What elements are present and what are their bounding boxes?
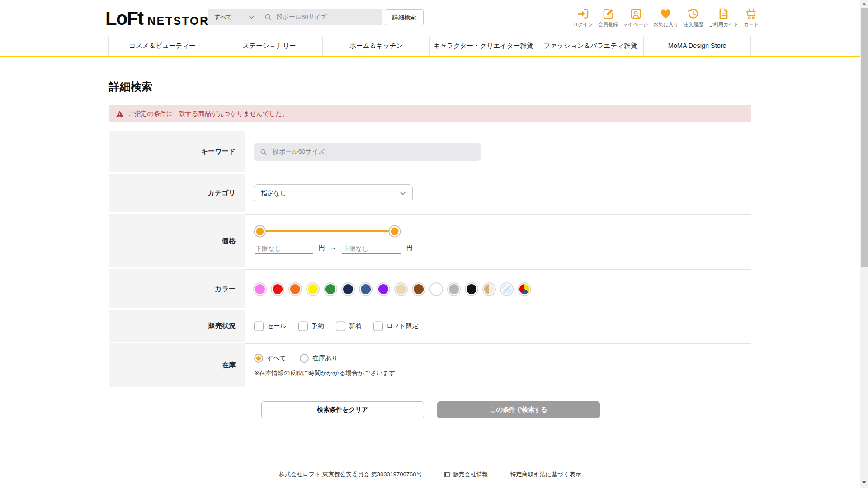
utility-item-label: ログイン — [573, 21, 593, 28]
search-icon — [264, 14, 272, 21]
checkbox-label: ロフト限定 — [387, 322, 419, 330]
checkbox-unchecked[interactable] — [373, 321, 383, 331]
error-message: ご指定の条件に一致する商品が見つかりませんでした。 — [128, 110, 288, 118]
utility-item-history[interactable]: 注文履歴 — [684, 8, 703, 28]
price-unit: 円 — [319, 244, 325, 252]
chevron-down-icon — [400, 192, 406, 195]
sales-status-option[interactable]: ロフト限定 — [373, 321, 419, 331]
heart-icon — [660, 8, 672, 20]
guide-icon — [717, 8, 730, 20]
color-swatch-multicolor[interactable] — [518, 282, 531, 296]
scrollbar-down-arrow[interactable] — [860, 479, 868, 486]
scrollbar-up-arrow[interactable] — [860, 0, 868, 7]
price-inputs: 円 ～ 円 — [255, 244, 413, 254]
color-swatch-gold-silver[interactable] — [482, 282, 496, 296]
logo-netstore-text: NETSTORE — [147, 14, 218, 28]
checkbox-unchecked[interactable] — [298, 321, 308, 331]
advanced-search-button[interactable]: 詳細検索 — [385, 9, 424, 25]
sales-status-options: セール予約新着ロフト限定 — [254, 321, 419, 331]
keyword-input[interactable] — [272, 148, 474, 156]
form-row-sales-status: 販売状況 セール予約新着ロフト限定 — [109, 310, 751, 342]
radio-unselected[interactable] — [300, 354, 309, 363]
main-nav-item[interactable]: MoMA Design Store — [643, 36, 751, 56]
price-min-input[interactable] — [255, 244, 313, 254]
checkbox-label: 予約 — [311, 322, 324, 330]
utility-item-heart[interactable]: お気に入り — [653, 8, 679, 28]
footer-link-label: 特定商取引法に基づく表示 — [510, 470, 581, 479]
category-selected-value: 指定なし — [261, 189, 287, 197]
utility-item-mypage[interactable]: マイページ — [623, 8, 648, 28]
color-swatch-yellow[interactable] — [306, 282, 320, 296]
main-nav-item[interactable]: ファッション＆バラエティ雑貨 — [537, 36, 644, 56]
color-swatch-white[interactable] — [429, 282, 443, 296]
search-category-select[interactable]: すべて — [208, 9, 259, 25]
clear-conditions-button[interactable]: 検索条件をクリア — [261, 401, 424, 418]
main-nav-item[interactable]: ステーショナリー — [216, 36, 323, 56]
footer-link-seller-info[interactable]: 販売会社情報 — [444, 470, 488, 479]
sales-status-option[interactable]: 新着 — [336, 321, 362, 331]
color-swatch-row — [253, 282, 531, 296]
color-swatch-navy[interactable] — [341, 282, 355, 296]
checkbox-unchecked[interactable] — [254, 321, 264, 331]
color-swatch-red[interactable] — [271, 282, 284, 296]
color-swatch-blue[interactable] — [359, 282, 373, 296]
history-icon — [687, 8, 699, 20]
stock-option[interactable]: 在庫あり — [300, 354, 338, 363]
footer-separator — [433, 471, 433, 478]
utility-item-guide[interactable]: ご利用ガイド — [708, 8, 739, 28]
color-swatch-purple[interactable] — [377, 282, 390, 296]
checkbox-unchecked[interactable] — [336, 321, 345, 331]
brand-accent-line — [0, 56, 860, 57]
header-search-bar[interactable]: すべて 段ボール60サイズ — [208, 9, 382, 25]
register-icon — [602, 8, 614, 20]
scrollbar-thumb[interactable] — [861, 8, 868, 267]
color-swatch-brown[interactable] — [412, 282, 425, 296]
keyword-input-wrapper[interactable] — [254, 143, 481, 161]
utility-item-label: 注文履歴 — [684, 21, 703, 28]
sales-status-label: 販売状況 — [109, 310, 245, 342]
main-nav: コスメ＆ビューティーステーショナリーホーム＆キッチンキャラクター・クリエイター雑… — [108, 36, 751, 56]
stock-option[interactable]: すべて — [254, 354, 286, 363]
utility-item-cart[interactable]: カート — [744, 8, 759, 28]
utility-item-label: マイページ — [623, 21, 648, 28]
form-row-color: カラー — [109, 269, 751, 308]
radio-label: 在庫あり — [312, 354, 338, 362]
price-slider-handle-max[interactable] — [391, 227, 399, 235]
radio-selected[interactable] — [254, 354, 263, 363]
price-max-input[interactable] — [342, 244, 401, 254]
color-swatch-clear[interactable] — [500, 282, 514, 296]
category-select[interactable]: 指定なし — [254, 184, 413, 202]
color-swatch-gray[interactable] — [447, 282, 461, 296]
utility-item-label: カート — [744, 21, 759, 28]
utility-item-label: 会員登録 — [598, 21, 618, 28]
footer-company-text: 株式会社ロフト 東京都公安委員会 第303319700768号 — [279, 470, 422, 479]
form-row-price: 価格 円 ～ 円 — [109, 214, 751, 267]
main-nav-item[interactable]: コスメ＆ビューティー — [108, 36, 216, 56]
color-swatch-green[interactable] — [324, 282, 337, 296]
color-swatch-pink[interactable] — [253, 282, 267, 296]
utility-item-login[interactable]: ログイン — [573, 8, 593, 28]
search-category-value: すべて — [214, 13, 232, 21]
form-row-stock: 在庫 すべて在庫あり ※在庫情報の反映に時間がかかる場合がございます — [109, 343, 751, 387]
form-row-category: カテゴリ 指定なし — [109, 174, 751, 212]
sales-status-option[interactable]: セール — [254, 321, 287, 331]
footer-separator — [499, 471, 499, 478]
price-slider-track[interactable] — [260, 230, 395, 232]
main-nav-item[interactable]: キャラクター・クリエイター雑貨 — [429, 36, 537, 56]
header-search-query[interactable]: 段ボール60サイズ — [277, 13, 327, 21]
stock-options: すべて在庫あり — [254, 354, 338, 363]
loft-logo[interactable]: LoFt NETSTORE — [105, 9, 218, 28]
color-swatch-orange[interactable] — [288, 282, 302, 296]
utility-item-register[interactable]: 会員登録 — [598, 8, 618, 28]
cart-icon — [745, 8, 757, 20]
color-swatch-black[interactable] — [465, 282, 478, 296]
main-nav-item[interactable]: ホーム＆キッチン — [322, 36, 429, 56]
color-swatch-beige[interactable] — [394, 282, 408, 296]
sales-status-option[interactable]: 予約 — [298, 321, 324, 331]
footer-link-commerce-law[interactable]: 特定商取引法に基づく表示 — [510, 470, 581, 479]
search-with-conditions-button[interactable]: この条件で検索する — [437, 401, 600, 418]
price-slider-handle-min[interactable] — [256, 227, 264, 235]
scrollbar[interactable] — [860, 0, 868, 488]
utility-nav: ログイン会員登録マイページお気に入り注文履歴ご利用ガイドカート — [573, 8, 759, 28]
radio-label: すべて — [267, 354, 286, 362]
